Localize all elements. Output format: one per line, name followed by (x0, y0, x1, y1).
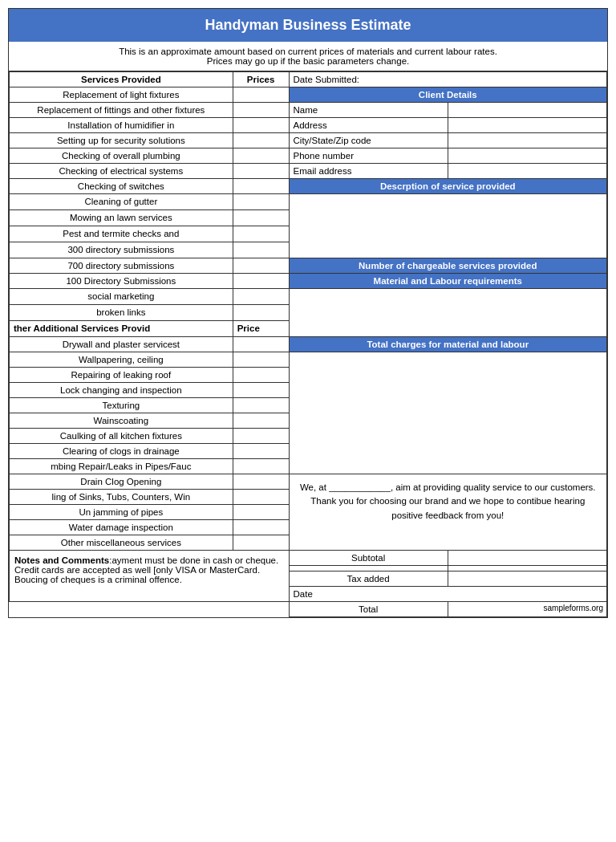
service-item: 300 directory submissions (10, 242, 233, 258)
additional-price-cell (233, 429, 289, 444)
price-cell (233, 210, 289, 226)
additional-price-cell (233, 490, 289, 505)
date-submitted-label: Date Submitted: (289, 72, 606, 87)
services-col-header: Services Provided (10, 72, 233, 87)
footer-text: sampleforms.org (448, 602, 606, 617)
tax-value[interactable] (448, 572, 606, 587)
additional-price-cell (233, 352, 289, 368)
additional-price-cell (233, 535, 289, 551)
subtotal-label: Subtotal (289, 551, 448, 566)
price-cell (233, 194, 289, 210)
page-container: Handyman Business Estimate This is an ap… (8, 8, 608, 618)
service-item: 700 directory submissions (10, 258, 233, 274)
price-cell (233, 133, 289, 148)
service-item: social marketing (10, 289, 233, 305)
additional-price-cell (233, 444, 289, 459)
additional-price-cell (233, 383, 289, 398)
additional-service-item: Wallpapering, ceiling (10, 352, 233, 368)
additional-service-item: Other miscellaneous services (10, 535, 233, 551)
additional-services-header: ther Additional Services Provid (10, 321, 233, 337)
additional-price-cell (233, 413, 289, 429)
price-cell (233, 103, 289, 118)
price-cell (233, 87, 289, 103)
service-item: 100 Directory Submissions (10, 274, 233, 289)
notes-cell: Notes and Comments:ayment must be done i… (10, 551, 290, 602)
additional-service-item: mbing Repair/Leaks in Pipes/Fauc (10, 459, 233, 474)
price-cell (233, 305, 289, 321)
additional-service-item: Caulking of all kitchen fixtures (10, 429, 233, 444)
service-item: Mowing an lawn services (10, 210, 233, 226)
price-cell (233, 274, 289, 289)
additional-service-item: Water damage inspection (10, 520, 233, 535)
additional-price-header: Price (233, 321, 289, 337)
total-label: Total (289, 602, 448, 617)
total-spacer (10, 602, 290, 617)
service-item: Checking of overall plumbing (10, 148, 233, 164)
total-charges-header: Total charges for material and labour (289, 337, 606, 352)
service-item: Replacement of light fixtures (10, 87, 233, 103)
price-cell (233, 242, 289, 258)
material-value[interactable] (289, 289, 606, 337)
additional-service-item: Wainscoating (10, 413, 233, 429)
additional-price-cell (233, 337, 289, 352)
additional-service-item: Drain Clog Opening (10, 474, 233, 490)
closing-text: We, at ____________, aim at providing qu… (289, 474, 606, 551)
service-item: broken links (10, 305, 233, 321)
additional-service-item: Un jamming of pipes (10, 505, 233, 520)
price-cell (233, 226, 289, 242)
additional-price-cell (233, 520, 289, 535)
description-value[interactable] (289, 194, 606, 258)
additional-service-item: Repairing of leaking roof (10, 368, 233, 383)
total-charges-value[interactable] (289, 352, 606, 474)
additional-service-item: Drywall and plaster servicest (10, 337, 233, 352)
service-item: Setting up for security solutions (10, 133, 233, 148)
additional-price-cell (233, 368, 289, 383)
price-cell (233, 289, 289, 305)
service-item: Checking of switches (10, 179, 233, 194)
price-cell (233, 148, 289, 164)
additional-service-item: Lock changing and inspection (10, 383, 233, 398)
price-cell (233, 164, 289, 179)
client-name-value[interactable] (448, 103, 606, 118)
notes-header: Notes and Comments (14, 555, 109, 565)
subtotal-value[interactable] (448, 551, 606, 566)
page-title: Handyman Business Estimate (9, 9, 607, 42)
subtitle-line1: This is an approximate amount based on c… (17, 47, 599, 56)
additional-price-cell (233, 474, 289, 490)
price-cell (233, 118, 289, 133)
additional-price-cell (233, 505, 289, 520)
material-header: Material and Labour requirements (289, 274, 606, 289)
tax-label: Tax added (289, 572, 448, 587)
service-item: Checking of electrical systems (10, 164, 233, 179)
client-details-header: Client Details (289, 87, 606, 103)
service-item: Pest and termite checks and (10, 226, 233, 242)
additional-price-cell (233, 459, 289, 474)
client-email-value[interactable] (448, 164, 606, 179)
number-header: Number of chargeable services provided (289, 258, 606, 274)
client-phone-label: Phone number (289, 148, 448, 164)
service-item: Installation of humidifier in (10, 118, 233, 133)
additional-service-item: ling of Sinks, Tubs, Counters, Win (10, 490, 233, 505)
prices-col-header: Prices (233, 72, 289, 87)
client-city-value[interactable] (448, 133, 606, 148)
client-city-label: City/State/Zip code (289, 133, 448, 148)
description-header: Descrption of service provided (289, 179, 606, 194)
service-item: Cleaning of gutter (10, 194, 233, 210)
subtitle: This is an approximate amount based on c… (9, 42, 607, 71)
service-item: Replacement of fittings and other fixtur… (10, 103, 233, 118)
client-phone-value[interactable] (448, 148, 606, 164)
additional-service-item: Clearing of clogs in drainage (10, 444, 233, 459)
client-address-value[interactable] (448, 118, 606, 133)
additional-price-cell (233, 398, 289, 413)
client-address-label: Address (289, 118, 448, 133)
client-email-label: Email address (289, 164, 448, 179)
additional-service-item: Texturing (10, 398, 233, 413)
date-label: Date (289, 587, 606, 602)
client-name-label: Name (289, 103, 448, 118)
price-cell (233, 179, 289, 194)
spacer-cell2 (448, 566, 606, 572)
price-cell (233, 258, 289, 274)
subtitle-line2: Prices may go up if the basic parameters… (17, 56, 599, 66)
spacer-cell (289, 566, 448, 572)
